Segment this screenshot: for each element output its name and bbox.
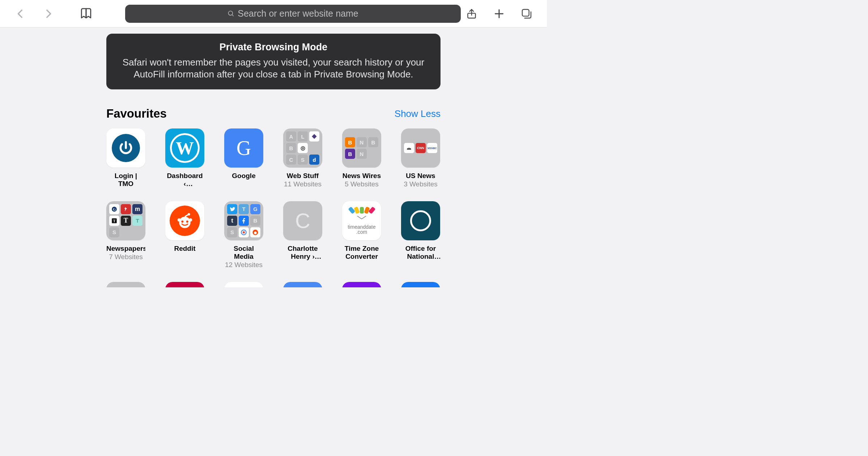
favourite-folder-newspapers[interactable]: G m T T T S Newspapers 7 Websites <box>106 201 145 269</box>
new-tab-button[interactable] <box>488 3 510 25</box>
tile-subtitle: 12 Websites <box>224 261 263 269</box>
tile-title: US News <box>401 172 440 180</box>
tabs-button[interactable] <box>516 3 537 25</box>
svg-text:T: T <box>113 219 116 223</box>
tile-icon <box>401 201 440 240</box>
tile-icon: G <box>283 282 322 287</box>
svg-point-14 <box>189 218 192 221</box>
svg-point-12 <box>186 220 188 223</box>
timeanddate-icon: timeanddate .com <box>342 207 381 235</box>
tile-title: News Wires <box>342 172 381 180</box>
favourite-tile-facebook[interactable] <box>401 282 440 287</box>
private-banner-body: Safari won't remember the pages you visi… <box>114 56 433 80</box>
favourites-grid: Login | TMO W Dashboard ‹ Charlotte… G G… <box>106 128 441 287</box>
back-button[interactable] <box>9 3 31 25</box>
letter-c-icon: C <box>295 208 310 233</box>
folder-icon: AL B◎ CSd <box>283 128 322 168</box>
svg-text:G: G <box>113 207 116 211</box>
folder-icon: T G t B S <box>224 201 263 240</box>
address-bar[interactable]: Search or enter website name <box>125 5 461 23</box>
favourite-tile-dashboard[interactable]: W Dashboard ‹ Charlotte… <box>165 128 204 188</box>
tile-title: Google <box>224 172 263 180</box>
svg-line-16 <box>185 215 188 217</box>
favourite-tile-c[interactable]: C <box>106 282 145 287</box>
nav-group <box>9 3 59 25</box>
tile-icon: C <box>106 282 145 287</box>
tile-icon <box>165 201 204 240</box>
favourite-tile-login-tmo[interactable]: Login | TMO <box>106 128 145 188</box>
private-banner-title: Private Browsing Mode <box>114 42 433 53</box>
power-icon <box>112 134 140 162</box>
svg-rect-3 <box>522 9 529 16</box>
favourite-tile-g[interactable]: G <box>283 282 322 287</box>
svg-point-10 <box>179 217 191 228</box>
toolbar: Search or enter website name <box>0 0 547 28</box>
nbc-mini-icon <box>404 143 414 153</box>
tile-icon: H <box>165 282 204 287</box>
favourite-tile-reddit[interactable]: Reddit <box>165 201 204 269</box>
favourite-tile-ons[interactable]: Office for National St… <box>401 201 440 269</box>
folder-icon: BNB BN <box>342 128 381 168</box>
tile-title: Login | TMO <box>106 172 145 188</box>
folder-icon: CNN MSNBC <box>401 128 440 168</box>
tile-icon <box>224 282 263 287</box>
svg-marker-4 <box>312 134 317 139</box>
tile-icon: G <box>224 128 263 168</box>
bookmarks-button[interactable] <box>78 3 94 25</box>
private-browsing-banner: Private Browsing Mode Safari won't remem… <box>106 34 441 89</box>
tile-icon: W <box>165 128 204 168</box>
tile-subtitle: 11 Websites <box>283 180 322 188</box>
favourite-tile-timezone[interactable]: timeanddate .com Time Zone Converter <box>342 201 381 269</box>
favourite-folder-social[interactable]: T G t B S Social Media 12 Websites <box>224 201 263 269</box>
svg-point-11 <box>181 220 183 223</box>
tile-icon <box>401 282 440 287</box>
favourites-heading: Favourites <box>106 107 167 121</box>
tile-subtitle: 5 Websites <box>342 180 381 188</box>
share-button[interactable] <box>461 3 482 25</box>
tile-title: Office for National St… <box>401 245 440 261</box>
favourites-header: Favourites Show Less <box>106 107 441 121</box>
tile-title: Reddit <box>165 245 204 253</box>
content: Private Browsing Mode Safari won't remem… <box>0 34 547 287</box>
tile-title: Web Stuff <box>283 172 322 180</box>
tile-icon: C <box>283 201 322 240</box>
tile-subtitle: 3 Websites <box>401 180 440 188</box>
favourite-folder-usnews[interactable]: CNN MSNBC US News 3 Websites <box>401 128 440 188</box>
search-icon <box>227 10 235 17</box>
forward-button[interactable] <box>38 3 59 25</box>
svg-point-13 <box>178 218 181 221</box>
favourite-tile-charlotte[interactable]: C Charlotte Henry › Lo… <box>283 201 322 269</box>
folder-icon: G m T T T S <box>106 201 145 240</box>
favourite-tile-h[interactable]: H <box>165 282 204 287</box>
favourite-tile-apple[interactable] <box>224 282 263 287</box>
tile-icon <box>106 128 145 168</box>
toolbar-right <box>461 3 537 25</box>
tile-title: Time Zone Converter <box>342 245 381 261</box>
svg-point-20 <box>254 232 257 235</box>
tile-title: Newspapers <box>106 245 145 253</box>
tile-title: Dashboard ‹ Charlotte… <box>165 172 204 188</box>
tile-title: Social Media <box>224 245 263 261</box>
ons-icon <box>410 210 431 231</box>
tile-icon: Y <box>342 282 381 287</box>
tile-icon: timeanddate .com <box>342 201 381 240</box>
address-placeholder: Search or enter website name <box>238 8 358 19</box>
favourites-section: Favourites Show Less Login | TMO W Dashb… <box>106 107 441 287</box>
google-g-icon: G <box>237 136 251 160</box>
favourite-folder-webstuff[interactable]: AL B◎ CSd Web Stuff 11 Websites <box>283 128 322 188</box>
reddit-icon <box>170 206 200 236</box>
show-less-button[interactable]: Show Less <box>395 108 441 119</box>
tile-subtitle: 7 Websites <box>106 253 145 261</box>
svg-point-18 <box>243 231 245 233</box>
favourite-tile-google[interactable]: G Google <box>224 128 263 188</box>
wordpress-icon: W <box>170 133 200 163</box>
favourite-folder-newswires[interactable]: BNB BN News Wires 5 Websites <box>342 128 381 188</box>
favourite-tile-y[interactable]: Y <box>342 282 381 287</box>
tile-title: Charlotte Henry › Lo… <box>283 245 322 261</box>
